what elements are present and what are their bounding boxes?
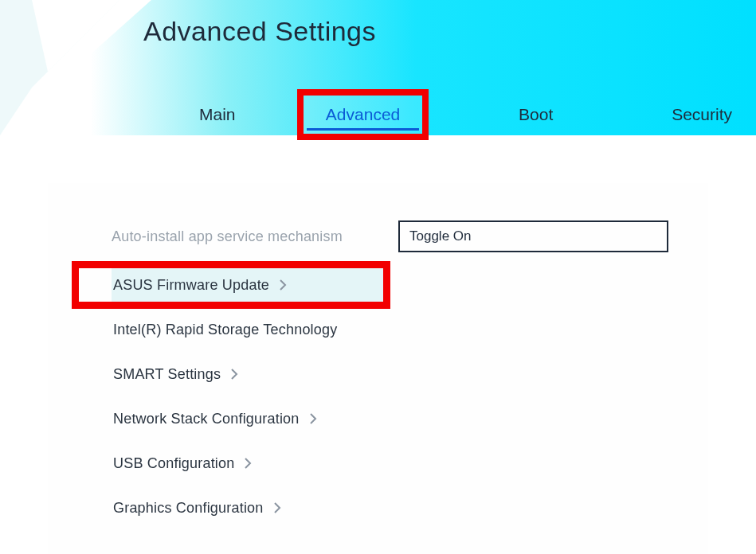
menu-item-asus-firmware-update[interactable]: ASUS Firmware Update: [112, 263, 390, 307]
menu-item-label: Network Stack Configuration: [113, 411, 300, 427]
chevron-right-icon: [309, 412, 317, 425]
menu-item-smart-settings[interactable]: SMART Settings: [112, 352, 668, 396]
menu-item-intel-rst[interactable]: Intel(R) Rapid Storage Technology: [112, 307, 668, 352]
setting-auto-install-label: Auto-install app service mechanism: [112, 228, 398, 245]
menu-item-label: USB Configuration: [113, 455, 234, 472]
header: Advanced Settings Main Advanced Boot Sec…: [0, 0, 756, 135]
menu-item-label: ASUS Firmware Update: [113, 277, 269, 294]
setting-auto-install: Auto-install app service mechanism Toggl…: [112, 223, 668, 250]
tab-advanced-wrapper: Advanced: [302, 94, 424, 135]
menu-item-firmware-wrapper: ASUS Firmware Update: [72, 263, 390, 307]
tab-security[interactable]: Security: [648, 94, 756, 135]
header-decor: [0, 0, 151, 135]
menu-item-label: Intel(R) Rapid Storage Technology: [113, 322, 337, 338]
page-title: Advanced Settings: [143, 16, 376, 47]
menu-list: ASUS Firmware Update Intel(R) Rapid Stor…: [112, 263, 668, 530]
settings-card: Auto-install app service mechanism Toggl…: [48, 183, 708, 554]
tab-main[interactable]: Main: [175, 94, 260, 135]
menu-item-graphics-config[interactable]: Graphics Configuration: [112, 486, 668, 530]
tabs: Main Advanced Boot Security: [159, 80, 756, 135]
tab-boot[interactable]: Boot: [495, 94, 577, 135]
chevron-right-icon: [230, 368, 238, 380]
setting-auto-install-value[interactable]: Toggle On: [398, 220, 668, 252]
chevron-right-icon: [279, 279, 287, 291]
tab-advanced[interactable]: Advanced: [302, 94, 424, 135]
menu-item-network-stack[interactable]: Network Stack Configuration: [112, 396, 668, 441]
content: Auto-install app service mechanism Toggl…: [0, 135, 756, 554]
menu-item-label: Graphics Configuration: [113, 500, 264, 517]
chevron-right-icon: [244, 457, 252, 470]
chevron-right-icon: [273, 501, 281, 514]
menu-item-label: SMART Settings: [113, 366, 221, 383]
menu-item-usb-config[interactable]: USB Configuration: [112, 441, 668, 486]
